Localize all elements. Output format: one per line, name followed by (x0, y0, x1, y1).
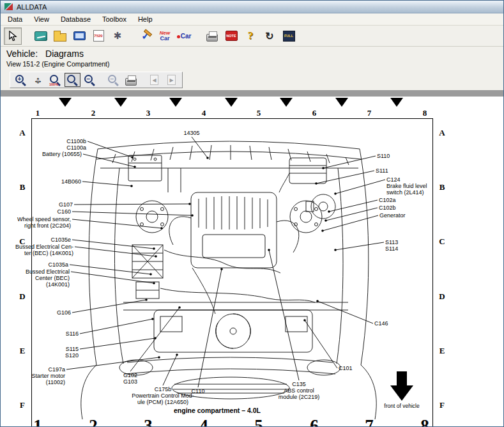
menu-data[interactable]: Data (2, 14, 28, 24)
vehicle-value: Diagrams (45, 49, 84, 59)
diagram-callout-c175b: C175bPowertrain Control Mod-ule (PCM) (1… (132, 386, 194, 405)
next-view-button[interactable]: ▶ (164, 73, 179, 87)
form-7520-button[interactable]: 7520 (89, 27, 107, 45)
diagram-callout-c101: C101 (339, 365, 353, 371)
grid-marker-triangle (225, 98, 238, 107)
current-car-button[interactable]: Car (175, 27, 193, 45)
pan-icon (33, 74, 44, 86)
pan-button[interactable] (30, 73, 46, 87)
grid-frame-top (31, 118, 433, 119)
tools-button[interactable]: ✱ (109, 27, 126, 45)
print-button[interactable] (203, 27, 221, 45)
main-toolbar: 7520✱✓NewCarCarNOTE?↻FULL (1, 26, 503, 47)
grid-row-right-D: D (439, 291, 445, 302)
zoom-out-icon: − (84, 75, 93, 83)
menu-help[interactable]: Help (132, 14, 158, 24)
select-tool-button[interactable] (4, 27, 22, 45)
diagram-callout-wheel-speed-sensor-: Wheel speed sensor,right front (2C204) (17, 216, 71, 229)
view-bar: View 151-2 (Engine Compartment) (1, 60, 503, 70)
menu-toolbox[interactable]: Toolbox (96, 14, 132, 24)
new-car-button[interactable]: NewCar (156, 27, 174, 45)
diagram-callout-14b060: 14B060 (61, 178, 81, 185)
grid-row-left-D: D (19, 291, 25, 302)
new-car-icon: NewCar (160, 31, 170, 42)
grid-marker-triangle (280, 98, 293, 107)
grid-column-4: 4 (202, 108, 206, 118)
grid-marker-triangle (114, 98, 127, 107)
grid-column-8: 8 (423, 108, 427, 118)
window-title: ALLDATA (17, 3, 47, 11)
zoom-100-icon (50, 75, 58, 83)
diagram-callout-c1035a: C1035a (48, 261, 68, 268)
monitor-view-icon (73, 31, 86, 40)
titlebar[interactable]: ALLDATA (1, 1, 503, 13)
diagram-callout-s110: S110 (377, 153, 390, 159)
grid-row-left-F: F (20, 400, 25, 410)
diagram-callout-bussed-electrical: Bussed ElectricalCenter (BEC)(14K001) (26, 268, 70, 288)
monitor-view-button[interactable] (70, 27, 88, 45)
diagram-callout-c160: C160 (57, 208, 71, 215)
diagram-callout-g107: G107 (59, 201, 73, 208)
zoom-toolbar: +100%−−◀▶ (10, 72, 183, 88)
vehicle-bar: Vehicle: Diagrams (1, 47, 503, 60)
refresh-icon: ↻ (265, 30, 273, 42)
menubar: DataViewDatabaseToolboxHelp (1, 13, 503, 26)
note-button[interactable]: NOTE (222, 27, 240, 45)
zoom-out-alt-icon: − (108, 75, 116, 83)
toolbar-separator (128, 36, 135, 36)
sign-off-check-button[interactable]: ✓ (137, 27, 155, 45)
diagram-callout-s115: S115S120 (65, 346, 79, 359)
grid-row-left-B: B (20, 182, 26, 192)
zoom-out-alt-button[interactable]: − (105, 73, 121, 87)
diagram-callout-generator: Generator (379, 212, 406, 219)
diagram-callout-c197a: C197aStarter motor(11002) (31, 366, 65, 385)
help-icon: ? (248, 29, 254, 42)
menu-view[interactable]: View (28, 14, 55, 24)
diagram-callout-c135: C135ABS controlmodule (2C219) (279, 381, 320, 400)
grid-column-bottom-5: 5 (254, 416, 263, 426)
grid-column-bottom-8: 8 (420, 416, 429, 426)
grid-marker-triangle (59, 98, 72, 107)
grid-row-right-C: C (439, 237, 445, 247)
shop-info-icon (34, 31, 47, 41)
print-icon (206, 34, 218, 42)
select-tool-icon (8, 31, 17, 42)
diagram-callout-14305: 14305 (183, 130, 199, 136)
alldata-logo-icon (4, 3, 13, 11)
zoom-out-button[interactable]: − (82, 73, 98, 87)
help-button[interactable]: ? (241, 27, 259, 45)
diagram-page[interactable]: engine compartment – 4.0L front of vehic… (1, 97, 503, 426)
open-folder-button[interactable] (51, 27, 69, 45)
shop-info-button[interactable] (32, 27, 50, 45)
refresh-button[interactable]: ↻ (261, 27, 279, 45)
sign-off-check-icon: ✓ (139, 30, 152, 42)
grid-column-6: 6 (312, 108, 317, 118)
grid-column-bottom-7: 7 (365, 416, 374, 426)
diagram-callout-bussed-electrical-cen-: Bussed Electrical Cen-ter (BEC) (14K001) (15, 244, 73, 256)
grid-column-bottom-1: 1 (33, 416, 42, 426)
diagram-callout-g106: G106 (57, 309, 71, 316)
grid-row-left-E: E (20, 346, 26, 356)
diagram-callout-c102a: C102a (379, 197, 396, 203)
print-diagram-icon (125, 78, 137, 86)
grid-column-5: 5 (257, 108, 261, 118)
grid-row-right-B: B (439, 182, 445, 192)
full-library-button[interactable]: FULL (280, 27, 298, 45)
zoom-in-button[interactable]: + (13, 73, 29, 87)
grid-column-7: 7 (367, 108, 372, 118)
prev-view-icon: ◀ (150, 75, 158, 85)
grid-column-3: 3 (146, 108, 151, 118)
diagram-callout-battery-10655-: Battery (10655) (42, 151, 82, 157)
zoom-in-icon: + (15, 75, 24, 83)
full-library-icon: FULL (283, 31, 295, 42)
prev-view-button[interactable]: ◀ (146, 73, 162, 87)
menu-database[interactable]: Database (55, 14, 96, 24)
grid-marker-triangle (169, 98, 182, 107)
diagram-callout-c146: C146 (374, 320, 388, 327)
print-diagram-button[interactable] (123, 73, 139, 87)
grid-row-right-E: E (439, 346, 445, 356)
zoom-select-button[interactable] (65, 73, 80, 87)
diagram-callout-s111: S111 (376, 167, 388, 174)
diagram-callout-c102b: C102b (379, 205, 396, 211)
zoom-100-button[interactable]: 100% (47, 73, 63, 87)
